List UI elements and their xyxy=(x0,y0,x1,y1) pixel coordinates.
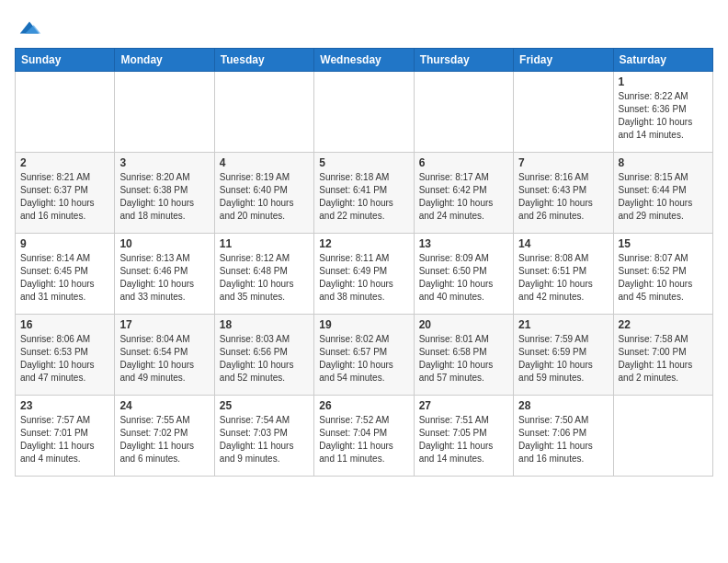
day-info: Sunrise: 8:17 AM Sunset: 6:42 PM Dayligh… xyxy=(419,171,508,223)
day-number: 19 xyxy=(319,318,408,331)
weekday-header-thursday: Thursday xyxy=(414,49,513,72)
day-info: Sunrise: 8:11 AM Sunset: 6:49 PM Dayligh… xyxy=(319,252,408,304)
day-number: 25 xyxy=(220,399,309,412)
day-number: 20 xyxy=(419,318,508,331)
weekday-header-wednesday: Wednesday xyxy=(314,49,414,72)
week-row-1: 1Sunrise: 8:22 AM Sunset: 6:36 PM Daylig… xyxy=(16,72,713,153)
day-cell: 24Sunrise: 7:55 AM Sunset: 7:02 PM Dayli… xyxy=(115,396,214,477)
day-number: 17 xyxy=(119,318,209,331)
weekday-header-tuesday: Tuesday xyxy=(214,49,313,72)
day-number: 5 xyxy=(319,156,408,169)
day-info: Sunrise: 8:09 AM Sunset: 6:50 PM Dayligh… xyxy=(419,252,508,304)
weekday-header-sunday: Sunday xyxy=(16,49,115,72)
day-cell: 22Sunrise: 7:58 AM Sunset: 7:00 PM Dayli… xyxy=(613,315,712,396)
day-number: 10 xyxy=(119,237,209,250)
day-info: Sunrise: 7:59 AM Sunset: 6:59 PM Dayligh… xyxy=(518,333,608,385)
day-cell: 11Sunrise: 8:12 AM Sunset: 6:48 PM Dayli… xyxy=(214,234,313,315)
day-cell: 26Sunrise: 7:52 AM Sunset: 7:04 PM Dayli… xyxy=(314,396,414,477)
day-info: Sunrise: 8:19 AM Sunset: 6:40 PM Dayligh… xyxy=(220,171,309,223)
day-cell xyxy=(16,72,115,153)
day-cell: 9Sunrise: 8:14 AM Sunset: 6:45 PM Daylig… xyxy=(16,234,115,315)
day-info: Sunrise: 8:01 AM Sunset: 6:58 PM Dayligh… xyxy=(419,333,508,385)
day-info: Sunrise: 8:20 AM Sunset: 6:38 PM Dayligh… xyxy=(119,171,209,223)
day-number: 28 xyxy=(518,399,608,412)
day-info: Sunrise: 8:22 AM Sunset: 6:36 PM Dayligh… xyxy=(619,90,708,142)
day-cell: 18Sunrise: 8:03 AM Sunset: 6:56 PM Dayli… xyxy=(214,315,313,396)
day-cell: 25Sunrise: 7:54 AM Sunset: 7:03 PM Dayli… xyxy=(214,396,313,477)
day-info: Sunrise: 7:52 AM Sunset: 7:04 PM Dayligh… xyxy=(319,414,408,465)
day-number: 26 xyxy=(319,399,408,412)
day-cell: 4Sunrise: 8:19 AM Sunset: 6:40 PM Daylig… xyxy=(214,153,313,234)
day-info: Sunrise: 8:04 AM Sunset: 6:54 PM Dayligh… xyxy=(119,333,209,385)
day-info: Sunrise: 8:14 AM Sunset: 6:45 PM Dayligh… xyxy=(20,252,109,304)
day-number: 14 xyxy=(518,237,608,250)
day-number: 1 xyxy=(619,75,708,88)
day-cell: 19Sunrise: 8:02 AM Sunset: 6:57 PM Dayli… xyxy=(314,315,414,396)
day-number: 22 xyxy=(619,318,708,331)
page: SundayMondayTuesdayWednesdayThursdayFrid… xyxy=(0,0,728,488)
day-cell: 3Sunrise: 8:20 AM Sunset: 6:38 PM Daylig… xyxy=(115,153,214,234)
day-info: Sunrise: 7:54 AM Sunset: 7:03 PM Dayligh… xyxy=(220,414,309,465)
day-number: 9 xyxy=(20,237,109,250)
day-cell xyxy=(214,72,313,153)
day-info: Sunrise: 8:13 AM Sunset: 6:46 PM Dayligh… xyxy=(119,252,209,304)
day-number: 16 xyxy=(20,318,109,331)
day-number: 2 xyxy=(20,156,109,169)
day-info: Sunrise: 8:12 AM Sunset: 6:48 PM Dayligh… xyxy=(220,252,309,304)
day-info: Sunrise: 8:03 AM Sunset: 6:56 PM Dayligh… xyxy=(220,333,309,385)
day-cell: 14Sunrise: 8:08 AM Sunset: 6:51 PM Dayli… xyxy=(514,234,613,315)
day-cell: 12Sunrise: 8:11 AM Sunset: 6:49 PM Dayli… xyxy=(314,234,414,315)
logo xyxy=(15,15,42,40)
day-cell: 1Sunrise: 8:22 AM Sunset: 6:36 PM Daylig… xyxy=(613,72,712,153)
day-cell: 28Sunrise: 7:50 AM Sunset: 7:06 PM Dayli… xyxy=(514,396,613,477)
day-info: Sunrise: 7:50 AM Sunset: 7:06 PM Dayligh… xyxy=(518,414,608,465)
day-number: 3 xyxy=(119,156,209,169)
week-row-2: 2Sunrise: 8:21 AM Sunset: 6:37 PM Daylig… xyxy=(16,153,713,234)
day-info: Sunrise: 8:15 AM Sunset: 6:44 PM Dayligh… xyxy=(619,171,708,223)
day-cell: 17Sunrise: 8:04 AM Sunset: 6:54 PM Dayli… xyxy=(115,315,214,396)
day-cell: 15Sunrise: 8:07 AM Sunset: 6:52 PM Dayli… xyxy=(613,234,712,315)
day-number: 21 xyxy=(518,318,608,331)
day-cell: 23Sunrise: 7:57 AM Sunset: 7:01 PM Dayli… xyxy=(16,396,115,477)
day-cell: 27Sunrise: 7:51 AM Sunset: 7:05 PM Dayli… xyxy=(414,396,513,477)
header xyxy=(15,15,713,40)
week-row-5: 23Sunrise: 7:57 AM Sunset: 7:01 PM Dayli… xyxy=(16,396,713,477)
day-info: Sunrise: 7:51 AM Sunset: 7:05 PM Dayligh… xyxy=(419,414,508,465)
day-cell: 2Sunrise: 8:21 AM Sunset: 6:37 PM Daylig… xyxy=(16,153,115,234)
day-info: Sunrise: 7:55 AM Sunset: 7:02 PM Dayligh… xyxy=(119,414,209,465)
day-number: 15 xyxy=(619,237,708,250)
day-number: 11 xyxy=(220,237,309,250)
day-info: Sunrise: 8:08 AM Sunset: 6:51 PM Dayligh… xyxy=(518,252,608,304)
weekday-header-friday: Friday xyxy=(514,49,613,72)
day-cell: 7Sunrise: 8:16 AM Sunset: 6:43 PM Daylig… xyxy=(514,153,613,234)
day-cell xyxy=(314,72,414,153)
logo-icon xyxy=(17,15,42,40)
day-info: Sunrise: 8:16 AM Sunset: 6:43 PM Dayligh… xyxy=(518,171,608,223)
day-cell: 8Sunrise: 8:15 AM Sunset: 6:44 PM Daylig… xyxy=(613,153,712,234)
week-row-3: 9Sunrise: 8:14 AM Sunset: 6:45 PM Daylig… xyxy=(16,234,713,315)
day-cell: 6Sunrise: 8:17 AM Sunset: 6:42 PM Daylig… xyxy=(414,153,513,234)
day-cell: 16Sunrise: 8:06 AM Sunset: 6:53 PM Dayli… xyxy=(16,315,115,396)
day-cell xyxy=(414,72,513,153)
day-info: Sunrise: 8:18 AM Sunset: 6:41 PM Dayligh… xyxy=(319,171,408,223)
day-cell xyxy=(613,396,712,477)
day-cell xyxy=(115,72,214,153)
weekday-header-saturday: Saturday xyxy=(613,49,712,72)
day-info: Sunrise: 8:06 AM Sunset: 6:53 PM Dayligh… xyxy=(20,333,109,385)
day-cell: 21Sunrise: 7:59 AM Sunset: 6:59 PM Dayli… xyxy=(514,315,613,396)
day-number: 24 xyxy=(119,399,209,412)
day-number: 12 xyxy=(319,237,408,250)
day-number: 18 xyxy=(220,318,309,331)
day-number: 4 xyxy=(220,156,309,169)
day-number: 23 xyxy=(20,399,109,412)
day-number: 27 xyxy=(419,399,508,412)
calendar-table: SundayMondayTuesdayWednesdayThursdayFrid… xyxy=(15,48,713,477)
weekday-header-monday: Monday xyxy=(115,49,214,72)
day-cell: 20Sunrise: 8:01 AM Sunset: 6:58 PM Dayli… xyxy=(414,315,513,396)
weekday-header-row: SundayMondayTuesdayWednesdayThursdayFrid… xyxy=(16,49,713,72)
day-cell xyxy=(514,72,613,153)
day-info: Sunrise: 8:07 AM Sunset: 6:52 PM Dayligh… xyxy=(619,252,708,304)
day-info: Sunrise: 8:02 AM Sunset: 6:57 PM Dayligh… xyxy=(319,333,408,385)
day-info: Sunrise: 8:21 AM Sunset: 6:37 PM Dayligh… xyxy=(20,171,109,223)
day-number: 13 xyxy=(419,237,508,250)
